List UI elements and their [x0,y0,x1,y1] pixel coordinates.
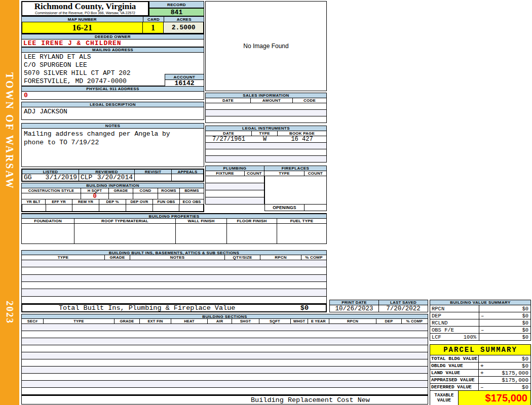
plumbing-title: PLUMBING [205,166,264,171]
openings-row: OPENINGS [264,205,327,211]
rooms-value [158,193,180,199]
empty-row [206,156,326,162]
legal-description-label: LEGAL DESCRIPTION [21,102,204,107]
openings-label: OPENINGS [265,205,305,211]
listed-value: GG 3/1/2019 [22,174,79,181]
empty-row [206,116,326,123]
mailing-address-label: MAILING ADDRESS [21,47,204,53]
wall-finish-value [176,224,227,244]
parcel-label: DEFERRED VALUE [430,384,479,390]
plumbing-count-label: COUNT [245,171,264,176]
listed-date: 3/1/2019 [46,174,77,181]
map-header-row: MAP NUMBER CARD ACRES [21,16,204,22]
building-properties-headers: FOUNDATION ROOF TYPE/MATERIAL WALL FINIS… [21,219,327,224]
building-sections-title: BUILDING SECTIONS [21,314,428,319]
empty-row [22,275,326,282]
building-properties-title: BUILDING PROPERTIES [21,213,327,219]
taxable-value-label: TAXABLE VALUE [430,391,459,405]
sales-rows [205,103,327,123]
empty-row [206,197,265,204]
air-label: AIR [208,319,232,323]
section-grade-label: GRADE [115,319,140,323]
eff-yr-label: EFF YR [46,199,72,204]
appeals-label: APPEALS [172,170,203,174]
notes-line: Mailing address changed per Angela by [24,130,204,138]
building-info-header1: CONSTRUCTION STYLE H SQFT GRADE COND ROO… [21,188,204,193]
card-label: CARD [143,17,165,22]
rem-yr-value [72,205,99,211]
review-header-row: LISTED REVIEWED REVISIT APPEALS [21,169,204,174]
construction-style-value [22,193,81,199]
roof-type-material-label: ROOF TYPE/MATERIAL [74,219,176,223]
empty-row [22,297,326,303]
fireplaces-title: FIREPLACES [264,166,327,171]
empty-row [206,176,265,183]
building-sections-rows [21,324,428,395]
total-built-ins-value: $0 [300,304,309,312]
bvs-value: $0 [522,306,530,312]
county-title: Richmond County, Virginia [22,2,148,11]
notes-line: phone to TO 7/19/22 [24,138,204,147]
empty-row [206,110,326,116]
built-ins-title: BUILDING BUILT INS, BASEMENTS, ATTICS & … [21,250,327,255]
empty-row [22,352,428,359]
bvs-row: RCLND $0 [430,319,531,327]
dep-ovr-label: DEP OVR [126,199,153,204]
appeals-value [172,174,203,181]
record-value: 841 [149,8,204,16]
mailing-line: LEE RYLAND ET ALS [24,53,204,61]
legal-description-value: ADJ JACKSON [21,107,204,120]
parcel-row: OBLDG VALUE +$0 [430,362,530,370]
parcel-label: LAND VALUE [430,370,479,376]
taxable-value-row: TAXABLE VALUE $175,000 [430,391,530,405]
reviewed-initials: CLP [81,174,92,181]
instruments-header-row: DATE TYPE BOOK PAGE [205,131,327,136]
physical-911-label: PHYSICAL 911 ADDRESS [21,86,204,92]
last-saved-label: LAST SAVED [379,300,428,305]
dep-ovr-value [126,205,153,211]
total-built-ins-row: Total Built Ins, Plumbing & Fireplace Va… [21,304,327,312]
map-number-value: 16-21 [22,22,143,33]
bvs-row: RPCN $0 [430,305,531,312]
parcel-label: APPRAISED VALUE [430,377,479,383]
bvs-row-lcf: LCF 100% $0 [430,334,531,341]
county-header-box: Richmond County, Virginia Commissioner o… [21,1,149,16]
cond-label: COND [133,188,158,193]
grade-label: GRADE [109,188,133,193]
sec-num-label: SEC# [22,319,44,323]
parcel-label: OBLDG VALUE [430,362,479,369]
physical-911-value: 0 [21,92,204,100]
plumbing-fireplaces-headers: FIXTURE COUNT TYPE COUNT [205,171,327,176]
sales-amount-label: AMOUNT [251,98,293,103]
builtins-rpcn-label: RPCN [260,255,301,260]
fun-obs-label: FUN OBS [153,199,180,204]
parcel-row: LAND VALUE +$175,000 [430,370,530,377]
bvs-value: $0 [522,327,530,333]
h-sqft-label: H SQFT [81,188,109,193]
construction-style-label: CONSTRUCTION STYLE [22,188,81,193]
parcel-value: $0 [522,356,530,362]
bvs-row: DEP –$0 [430,312,531,319]
print-saved-headers: PRINT DATE LAST SAVED [329,300,428,305]
print-date-label: PRINT DATE [330,300,379,305]
fixture-label: FIXTURE [206,171,245,176]
instrument-date-label: DATE [206,131,252,136]
parcel-summary: PARCEL SUMMARY TOTAL BLDG VALUE $0 OBLDG… [430,344,531,405]
notes-box: Mailing address changed per Angela by ph… [21,129,204,167]
floor-finish-label: FLOOR FINISH [227,219,277,223]
bvs-sign: – [479,313,484,319]
empty-row [206,103,326,110]
builtins-notes-label: NOTES [130,255,225,260]
builtins-comp-label: % COMP [301,255,326,260]
taxable-label-line2: VALUE [437,398,451,403]
empty-row [206,149,326,156]
section-dep-label: DEP [376,319,402,323]
print-saved-values: 10/26/2023 7/20/2022 [329,305,428,312]
empty-row [22,260,326,267]
replacement-cost-label: Building Replacement Cost New [251,396,370,404]
empty-row [206,183,265,190]
bvs-value: $0 [522,313,530,319]
dep-pct-value [99,205,126,211]
empty-row [22,345,428,352]
builtins-type-label: TYPE [22,255,105,260]
